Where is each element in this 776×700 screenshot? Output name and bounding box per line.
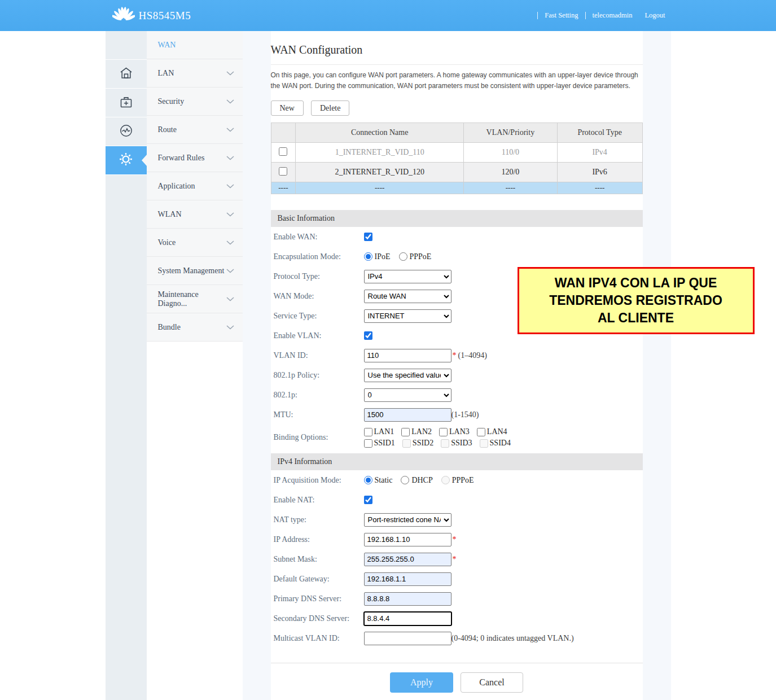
row-select-checkbox[interactable] (279, 167, 287, 176)
dhcp-radio[interactable] (401, 476, 409, 484)
vlan-id-input[interactable] (364, 349, 451, 362)
table-row: 2_INTERNET_R_VID_120 120/0 IPv6 (271, 163, 642, 182)
sidebar-item-application[interactable]: Application (147, 172, 243, 200)
lan3-checkbox-option[interactable]: LAN3 (439, 427, 470, 436)
form-row-enable-nat: Enable NAT: (271, 490, 643, 510)
form-row-secondary-dns: Secondary DNS Server: (271, 609, 643, 628)
table-header-row: Connection Name VLAN/Priority Protocol T… (271, 123, 642, 143)
delete-button[interactable]: Delete (311, 100, 350, 116)
cancel-button[interactable]: Cancel (461, 672, 523, 693)
sidebar-item-security[interactable]: Security (147, 88, 243, 116)
checkbox-label: LAN2 (411, 427, 432, 436)
placeholder-cell: ---- (296, 182, 464, 194)
required-asterisk: * (453, 555, 457, 564)
sidebar-item-wlan[interactable]: WLAN (147, 200, 243, 229)
subnet-mask-input[interactable] (364, 553, 451, 566)
ipoe-radio[interactable] (364, 252, 372, 261)
field-label: 802.1p Policy: (271, 371, 364, 380)
lan1-checkbox-option[interactable]: LAN1 (364, 427, 394, 436)
vlan-priority-cell: 110/0 (464, 143, 558, 163)
ip-address-input[interactable] (364, 533, 451, 546)
field-label: Secondary DNS Server: (271, 614, 364, 623)
page-title: WAN Configuration (271, 31, 643, 56)
sidebar-item-lan[interactable]: LAN (147, 59, 243, 88)
enable-nat-checkbox[interactable] (364, 496, 372, 504)
field-label: VLAN ID: (271, 351, 364, 360)
nat-type-select[interactable]: Port-restricted cone NAT (364, 513, 451, 527)
sidebar-item-label: Application (158, 182, 195, 191)
8021p-select[interactable]: 0 (364, 388, 451, 402)
new-button[interactable]: New (271, 100, 304, 116)
sidebar-item-forward-rules[interactable]: Forward Rules (147, 144, 243, 172)
static-radio[interactable] (364, 476, 372, 484)
divider (537, 12, 538, 19)
field-label: IP Address: (271, 535, 364, 544)
field-label: Binding Options: (271, 433, 364, 442)
form-row-8021p-policy: 802.1p Policy: Use the specified value (271, 365, 643, 385)
sidebar-item-label: Forward Rules (158, 154, 205, 163)
primary-dns-input[interactable] (364, 592, 451, 606)
maintenance-nav-button[interactable] (106, 89, 147, 117)
ssid3-checkbox-option: SSID3 (441, 439, 472, 448)
lan2-checkbox-option[interactable]: LAN2 (401, 427, 432, 436)
default-gateway-input[interactable] (364, 572, 451, 586)
sidebar-item-system-management[interactable]: System Management (147, 257, 243, 285)
field-label: IP Acquisition Mode: (271, 476, 364, 485)
sidebar-item-label: WAN (158, 41, 176, 50)
table-row-selected-placeholder[interactable]: ---- ---- ---- ---- (271, 182, 642, 194)
connection-name-cell[interactable]: 2_INTERNET_R_VID_120 (296, 163, 464, 182)
lan4-checkbox[interactable] (477, 428, 485, 436)
lan4-checkbox-option[interactable]: LAN4 (477, 427, 507, 436)
settings-nav-button[interactable] (106, 146, 147, 174)
field-label: Encapsulation Mode: (271, 252, 364, 261)
logout-link[interactable]: Logout (645, 11, 665, 20)
lan3-checkbox[interactable] (439, 428, 448, 436)
ssid2-checkbox-option: SSID2 (402, 439, 433, 448)
8021p-policy-select[interactable]: Use the specified value (364, 369, 451, 382)
mtu-input[interactable] (364, 408, 451, 422)
home-nav-button[interactable] (106, 60, 147, 88)
ssid1-checkbox-option[interactable]: SSID1 (364, 439, 395, 448)
placeholder-cell: ---- (557, 182, 642, 194)
chevron-down-icon (226, 266, 234, 275)
field-label: Protocol Type: (271, 272, 364, 281)
field-label: Subnet Mask: (271, 555, 364, 564)
protocol-type-select[interactable]: IPv4 (364, 270, 451, 283)
sidebar-item-label: Maintenance Diagno... (158, 290, 226, 308)
dhcp-radio-option[interactable]: DHCP (401, 476, 432, 485)
fast-setting-link[interactable]: Fast Setting (545, 11, 578, 20)
sidebar-item-bundle[interactable]: Bundle (147, 313, 243, 342)
ipoe-radio-option[interactable]: IPoE (364, 252, 391, 261)
divider (271, 663, 643, 663)
sidebar-item-route[interactable]: Route (147, 116, 243, 144)
column-header: Protocol Type (557, 123, 642, 143)
field-label: WAN Mode: (271, 292, 364, 301)
apply-button[interactable]: Apply (390, 672, 453, 693)
wan-mode-select[interactable]: Route WAN (364, 290, 451, 303)
multicast-vlan-id-input[interactable] (364, 632, 451, 645)
row-select-checkbox[interactable] (279, 147, 287, 156)
static-radio-option[interactable]: Static (364, 476, 393, 485)
service-type-select[interactable]: INTERNET (364, 309, 451, 323)
lan1-checkbox[interactable] (364, 428, 372, 436)
lan2-checkbox[interactable] (401, 428, 410, 436)
rail-spacer (106, 31, 147, 59)
pppoe-radio-option[interactable]: PPPoE (399, 252, 432, 261)
sidebar-item-label: Route (158, 125, 177, 134)
pppoe-radio[interactable] (399, 252, 407, 261)
enable-vlan-checkbox[interactable] (364, 331, 372, 340)
sidebar-item-wan[interactable]: WAN (147, 31, 243, 59)
section-header-ipv4-information: IPv4 Information (271, 453, 643, 470)
secondary-dns-input[interactable] (364, 612, 451, 625)
sidebar-item-voice[interactable]: Voice (147, 229, 243, 257)
form-row-multicast-vlan-id: Multicast VLAN ID: (0-4094; 0 indicates … (271, 628, 643, 648)
sidebar-item-maintenance-diagnosis[interactable]: Maintenance Diagno... (147, 285, 243, 313)
sidebar-menu: WAN LAN Security Route Forward Rules App… (147, 31, 243, 700)
enable-wan-checkbox[interactable] (364, 233, 372, 241)
field-hint: (1–4094) (458, 351, 487, 360)
ssid1-checkbox[interactable] (364, 439, 372, 448)
diagnostics-nav-button[interactable] (106, 117, 147, 146)
sidebar-item-label: LAN (158, 69, 174, 78)
connection-name-cell[interactable]: 1_INTERNET_R_VID_110 (296, 143, 464, 163)
username-link[interactable]: telecomadmin (593, 11, 633, 20)
